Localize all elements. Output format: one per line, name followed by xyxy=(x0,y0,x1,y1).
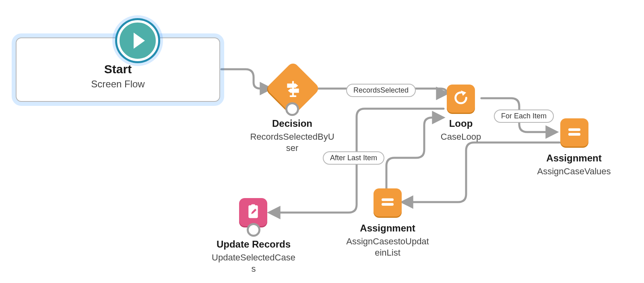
flow-canvas[interactable]: RecordsSelected For Each Item After Last… xyxy=(0,0,644,283)
assignment1-title: Assignment xyxy=(530,152,618,164)
loop-icon xyxy=(453,90,469,107)
start-node[interactable]: Start Screen Flow xyxy=(16,37,220,102)
assignment2-title: Assignment xyxy=(337,222,438,234)
svg-rect-4 xyxy=(382,198,394,201)
update-title: Update Records xyxy=(205,238,302,250)
update-records-node[interactable] xyxy=(239,198,267,226)
svg-rect-3 xyxy=(568,133,580,136)
edge-start-to-decision xyxy=(221,69,270,89)
signpost-icon xyxy=(281,76,305,101)
update-subtitle: UpdateSelectedCases xyxy=(205,252,302,274)
svg-rect-6 xyxy=(251,205,255,207)
loop-node[interactable] xyxy=(447,85,475,113)
edge-label-for-each-item: For Each Item xyxy=(494,109,554,123)
equals-icon xyxy=(380,194,396,211)
assignment1-subtitle: AssignCaseValues xyxy=(530,166,618,177)
decision-subtitle: RecordsSelectedByUser xyxy=(244,131,341,153)
svg-rect-1 xyxy=(290,95,297,97)
update-fault-connector[interactable] xyxy=(247,223,260,237)
edge-label-records-selected: RecordsSelected xyxy=(346,84,416,97)
assignment-casevalues-label: Assignment AssignCaseValues xyxy=(530,152,618,177)
decision-title: Decision xyxy=(244,118,341,130)
assignment-updatelist-node[interactable] xyxy=(374,188,402,217)
equals-icon xyxy=(566,124,582,141)
clipboard-edit-icon xyxy=(245,203,261,221)
svg-rect-2 xyxy=(568,128,580,131)
assignment-casevalues-node[interactable] xyxy=(560,118,588,147)
decision-label: Decision RecordsSelectedByUser xyxy=(244,118,341,153)
loop-label: Loop CaseLoop xyxy=(423,118,499,143)
loop-title: Loop xyxy=(423,118,499,130)
start-subtitle: Screen Flow xyxy=(17,78,219,90)
start-play-icon xyxy=(117,20,158,61)
svg-rect-5 xyxy=(382,203,394,206)
loop-subtitle: CaseLoop xyxy=(423,131,499,143)
update-records-label: Update Records UpdateSelectedCases xyxy=(205,238,302,274)
decision-fault-connector[interactable] xyxy=(285,102,299,116)
assignment2-subtitle: AssignCasestoUpdateinList xyxy=(337,236,438,258)
start-title: Start xyxy=(17,62,219,76)
assignment-updatelist-label: Assignment AssignCasestoUpdateinList xyxy=(337,222,438,258)
